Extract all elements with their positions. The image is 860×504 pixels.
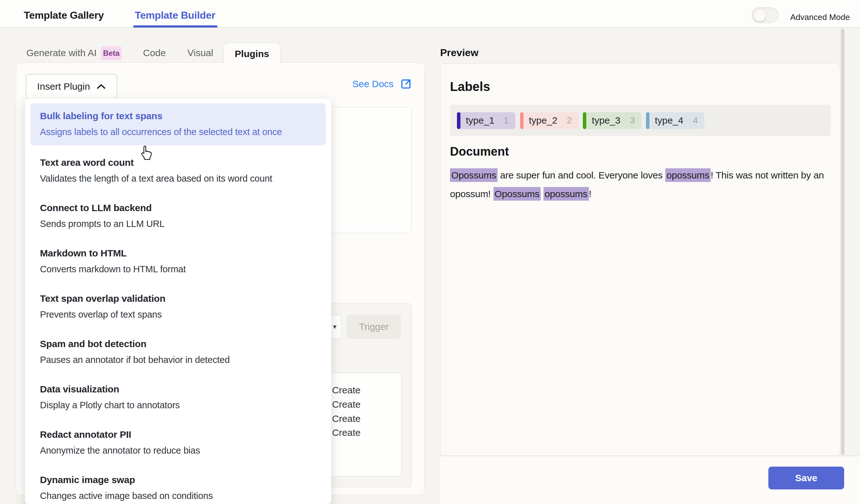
see-docs-link[interactable]: See Docs bbox=[352, 78, 412, 90]
chevron-up-icon bbox=[96, 83, 106, 90]
menu-item-desc: Prevents overlap of text spans bbox=[40, 308, 322, 320]
labeled-span[interactable]: opossums bbox=[665, 168, 711, 182]
list-item[interactable]: Create bbox=[332, 399, 396, 410]
labeled-span[interactable]: Opossums bbox=[450, 168, 498, 182]
advanced-mode-label: Advanced Mode bbox=[790, 12, 850, 22]
menu-item-data-visualization[interactable]: Data visualization Display a Plotly char… bbox=[40, 383, 322, 411]
chip-label: type_1 bbox=[466, 115, 494, 126]
document-text[interactable]: Opossums are super fun and cool. Everyon… bbox=[450, 166, 829, 203]
nav-tab-template-builder[interactable]: Template Builder bbox=[135, 10, 215, 21]
menu-item-title: Bulk labeling for text spans bbox=[40, 110, 322, 122]
chevron-down-icon: ▾ bbox=[333, 323, 336, 331]
template-builder-app: Template Gallery Template Builder Advanc… bbox=[0, 0, 860, 504]
beta-badge: Beta bbox=[101, 46, 122, 60]
insert-plugin-menu: Bulk labeling for text spans Assigns lab… bbox=[25, 98, 331, 504]
menu-item-overlap-validation[interactable]: Text span overlap validation Prevents ov… bbox=[40, 292, 322, 320]
menu-item-title: Text area word count bbox=[40, 157, 322, 169]
menu-item-title: Dynamic image swap bbox=[40, 474, 322, 486]
tab-generate-with-ai[interactable]: Generate with AI bbox=[26, 47, 97, 58]
app-header: Template Gallery Template Builder Advanc… bbox=[0, 0, 860, 28]
menu-item-bulk-labeling[interactable]: Bulk labeling for text spans Assigns lab… bbox=[40, 110, 322, 138]
labeled-span[interactable]: opossums bbox=[544, 187, 589, 201]
preview-footer: Save bbox=[440, 456, 860, 504]
nav-tab-template-gallery[interactable]: Template Gallery bbox=[24, 10, 104, 21]
tab-code[interactable]: Code bbox=[143, 47, 166, 58]
chip-label: type_2 bbox=[529, 115, 558, 126]
chip-hotkey: 3 bbox=[630, 115, 635, 126]
menu-item-word-count[interactable]: Text area word count Validates the lengt… bbox=[40, 157, 322, 185]
chip-color-bar bbox=[583, 112, 586, 129]
menu-item-title: Data visualization bbox=[40, 383, 322, 395]
menu-item-desc: Pauses an annotator if bot behavior in d… bbox=[40, 354, 322, 366]
list-item[interactable]: Create bbox=[332, 385, 396, 395]
menu-item-desc: Anonymize the annotator to reduce bias bbox=[40, 444, 322, 457]
chip-hotkey: 4 bbox=[693, 115, 698, 126]
label-chips-bar: type_1 1 type_2 2 type_3 3 type_4 4 bbox=[450, 105, 831, 136]
trigger-button[interactable]: Trigger bbox=[347, 314, 401, 339]
preview-card: Labels type_1 1 type_2 2 type_3 3 type_4… bbox=[440, 63, 840, 456]
menu-item-title: Redact annotator PII bbox=[40, 429, 322, 441]
list-item[interactable]: Create bbox=[332, 427, 396, 438]
tab-visual[interactable]: Visual bbox=[187, 47, 213, 58]
document-heading: Document bbox=[450, 145, 509, 158]
chip-hotkey: 2 bbox=[567, 115, 572, 126]
menu-item-desc: Validates the length of a text area base… bbox=[40, 172, 322, 185]
save-button[interactable]: Save bbox=[768, 466, 844, 489]
menu-item-markdown-html[interactable]: Markdown to HTML Converts markdown to HT… bbox=[40, 247, 322, 275]
advanced-mode-toggle[interactable] bbox=[751, 7, 779, 23]
label-chip-type-3[interactable]: type_3 3 bbox=[583, 112, 641, 129]
page-scrollbar[interactable] bbox=[841, 29, 844, 455]
menu-item-desc: Assigns labels to all occurrences of the… bbox=[40, 126, 322, 138]
menu-item-desc: Converts markdown to HTML format bbox=[40, 263, 322, 275]
menu-item-desc: Sends prompts to an LLM URL bbox=[40, 218, 322, 230]
insert-plugin-label: Insert Plugin bbox=[37, 81, 90, 92]
chip-hotkey: 1 bbox=[504, 115, 509, 126]
labels-heading: Labels bbox=[450, 80, 490, 94]
menu-item-desc: Display a Plotly chart to annotators bbox=[40, 399, 322, 411]
menu-item-title: Spam and bot detection bbox=[40, 338, 322, 350]
preview-title: Preview bbox=[440, 47, 478, 59]
menu-item-title: Text span overlap validation bbox=[40, 292, 322, 305]
label-chip-type-2[interactable]: type_2 2 bbox=[520, 112, 578, 129]
active-tab-underline bbox=[133, 25, 217, 28]
see-docs-label: See Docs bbox=[352, 78, 393, 89]
menu-item-image-swap[interactable]: Dynamic image swap Changes active image … bbox=[40, 474, 322, 502]
pointer-cursor bbox=[139, 145, 154, 162]
label-chip-type-1[interactable]: type_1 1 bbox=[457, 112, 515, 129]
list-item[interactable]: Create bbox=[332, 413, 396, 424]
insert-plugin-button[interactable]: Insert Plugin bbox=[26, 74, 117, 99]
toggle-knob bbox=[754, 9, 766, 21]
chip-color-bar bbox=[457, 112, 460, 129]
chip-color-bar bbox=[520, 112, 524, 129]
menu-item-desc: Changes active image based on conditions bbox=[40, 490, 322, 502]
label-chip-type-4[interactable]: type_4 4 bbox=[646, 112, 704, 129]
labeled-span[interactable]: Opossums bbox=[493, 187, 541, 201]
chip-label: type_3 bbox=[592, 115, 620, 126]
chip-label: type_4 bbox=[655, 115, 683, 126]
menu-item-redact-pii[interactable]: Redact annotator PII Anonymize the annot… bbox=[40, 429, 322, 457]
chip-color-bar bbox=[646, 112, 649, 129]
menu-item-llm-backend[interactable]: Connect to LLM backend Sends prompts to … bbox=[40, 202, 322, 230]
menu-item-title: Markdown to HTML bbox=[40, 247, 322, 259]
external-link-icon bbox=[400, 78, 412, 90]
menu-item-spam-detection[interactable]: Spam and bot detection Pauses an annotat… bbox=[40, 338, 322, 366]
tab-plugins[interactable]: Plugins bbox=[224, 43, 280, 65]
menu-item-title: Connect to LLM backend bbox=[40, 202, 322, 214]
